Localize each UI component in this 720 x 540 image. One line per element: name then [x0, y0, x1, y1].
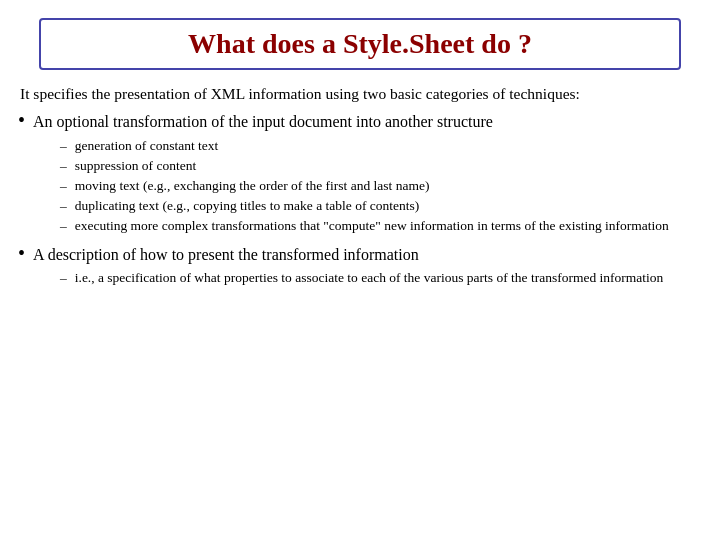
- list-item: – generation of constant text: [60, 137, 702, 155]
- bullet-item-2: • A description of how to present the tr…: [18, 244, 702, 266]
- bullet-dot-1: •: [18, 109, 25, 132]
- dash-icon: –: [60, 269, 67, 287]
- dash-icon: –: [60, 177, 67, 195]
- dash-icon: –: [60, 157, 67, 175]
- sub-text-1-1: generation of constant text: [75, 137, 219, 155]
- list-item: – i.e., a specification of what properti…: [60, 269, 702, 287]
- page-title: What does a Style.Sheet do ?: [188, 28, 532, 59]
- bullet-text-2: A description of how to present the tran…: [33, 244, 419, 266]
- dash-icon: –: [60, 217, 67, 235]
- sub-text-1-5: executing more complex transformations t…: [75, 217, 669, 235]
- list-item: – executing more complex transformations…: [60, 217, 702, 235]
- bullet-item-1: • An optional transformation of the inpu…: [18, 111, 702, 133]
- title-box: What does a Style.Sheet do ?: [39, 18, 682, 70]
- bullet-dot-2: •: [18, 242, 25, 265]
- sub-list-1: – generation of constant text – suppress…: [60, 137, 702, 236]
- sub-list-2: – i.e., a specification of what properti…: [60, 269, 702, 287]
- intro-paragraph: It specifies the presentation of XML inf…: [18, 84, 702, 105]
- dash-icon: –: [60, 137, 67, 155]
- list-item: – duplicating text (e.g., copying titles…: [60, 197, 702, 215]
- dash-icon: –: [60, 197, 67, 215]
- list-item: – moving text (e.g., exchanging the orde…: [60, 177, 702, 195]
- title-wrapper: What does a Style.Sheet do ?: [18, 10, 702, 84]
- sub-text-2-1: i.e., a specification of what properties…: [75, 269, 664, 287]
- sub-text-1-4: duplicating text (e.g., copying titles t…: [75, 197, 420, 215]
- section-2: • A description of how to present the tr…: [18, 244, 702, 288]
- bullet-text-1: An optional transformation of the input …: [33, 111, 493, 133]
- sub-text-1-3: moving text (e.g., exchanging the order …: [75, 177, 430, 195]
- section-1: • An optional transformation of the inpu…: [18, 111, 702, 236]
- list-item: – suppression of content: [60, 157, 702, 175]
- sub-text-1-2: suppression of content: [75, 157, 196, 175]
